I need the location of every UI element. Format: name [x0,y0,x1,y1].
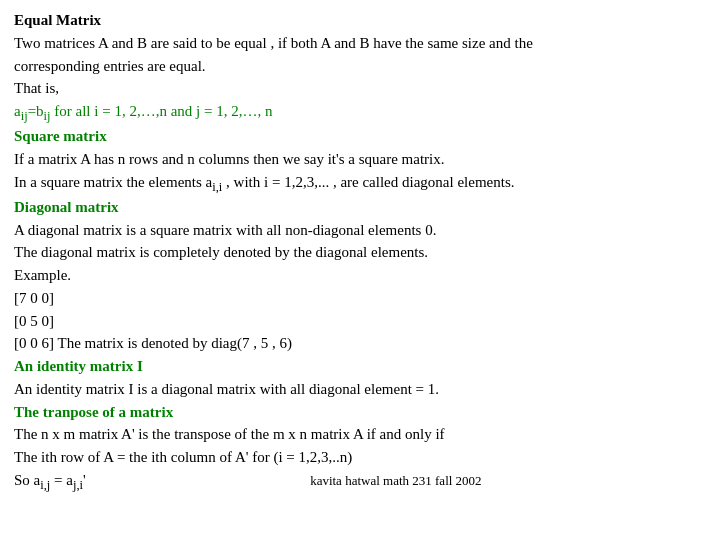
square-matrix-line2: In a square matrix the elements ai,i , w… [14,172,706,196]
diagonal-matrix-row3: [0 0 6] The matrix is denoted by diag(7 … [14,333,706,355]
square-matrix-line1: If a matrix A has n rows and n columns t… [14,149,706,171]
transpose-line3: So ai,j = aj,i' kavita hatwal math 231 f… [14,470,706,494]
transpose-line1: The n x m matrix A' is the transpose of … [14,424,706,446]
transpose-title: The tranpose of a matrix [14,402,706,424]
equal-matrix-line2: corresponding entries are equal. [14,56,706,78]
footer-text: kavita hatwal math 231 fall 2002 [86,472,706,491]
transpose-sub2: j,i [73,478,83,492]
diagonal-matrix-example: Example. [14,265,706,287]
identity-matrix-line1: An identity matrix I is a diagonal matri… [14,379,706,401]
diag-sub: i,i [212,180,222,194]
equal-matrix-line1: Two matrices A and B are said to be equa… [14,33,706,55]
page-content: Equal Matrix Two matrices A and B are sa… [14,10,706,494]
transpose-sub1: i,j [40,478,50,492]
equal-matrix-line3: That is, [14,78,706,100]
identity-matrix-title: An identity matrix I [14,356,706,378]
diagonal-matrix-line2: The diagonal matrix is completely denote… [14,242,706,264]
equal-matrix-title: Equal Matrix [14,10,706,32]
diagonal-matrix-title: Diagonal matrix [14,197,706,219]
diagonal-matrix-line1: A diagonal matrix is a square matrix wit… [14,220,706,242]
transpose-line2: The ith row of A = the ith column of A' … [14,447,706,469]
diagonal-matrix-row2: [0 5 0] [14,311,706,333]
equal-matrix-formula-line: aij=bij for all i = 1, 2,…,n and j = 1, … [14,101,706,125]
formula-sub1: ij [21,109,28,123]
square-matrix-title: Square matrix [14,126,706,148]
diagonal-matrix-row1: [7 0 0] [14,288,706,310]
formula-sub2: ij [44,109,51,123]
